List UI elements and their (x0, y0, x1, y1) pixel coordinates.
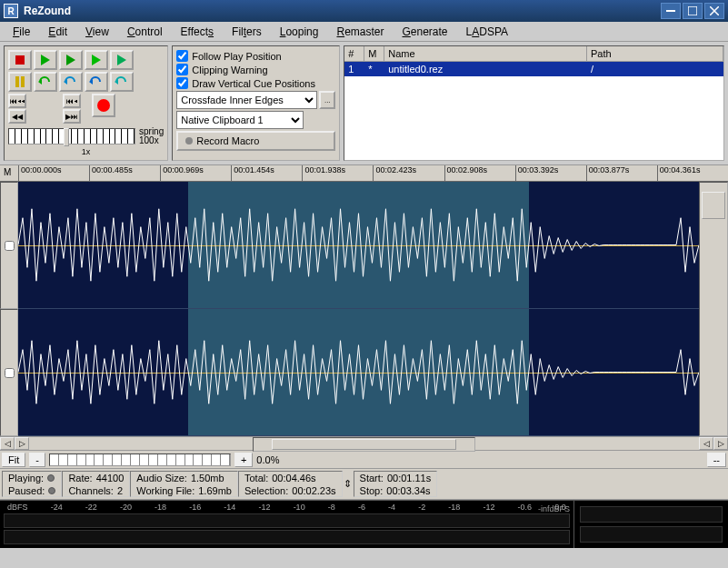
arrow-left-2[interactable]: ◁ (699, 437, 713, 450)
menu-edit[interactable]: Edit (41, 24, 75, 40)
arrow-right-1[interactable]: ▷ (15, 437, 29, 450)
menu-control[interactable]: Control (120, 24, 170, 40)
arrow-bar: ◁ ▷ ◁ ▷ (0, 436, 728, 451)
status-bar: Playing: Paused: Rate: 44100 Channels: 2… (0, 469, 728, 500)
waveform-canvas[interactable] (18, 182, 699, 436)
arrow-left-1[interactable]: ◁ (0, 437, 15, 450)
timeline-ruler[interactable]: M 00:00.000s 00:00.485s 00:00.969s 00:01… (0, 165, 728, 182)
menu-view[interactable]: View (78, 24, 116, 40)
zoom-extra-button[interactable]: -- (707, 453, 726, 467)
top-panel: ⏮◀◀ ◀◀ ⏮◀ ▶⏭ spring 100x (0, 42, 728, 165)
status-divider[interactable]: ⇕ (343, 471, 354, 497)
skip-fwd-cue[interactable]: ▶⏭ (63, 109, 81, 124)
minimize-button[interactable] (661, 3, 681, 19)
stop-button[interactable] (8, 50, 32, 70)
channel-mute-column (0, 182, 18, 436)
loop-button-2[interactable] (59, 72, 83, 92)
follow-play-checkbox[interactable]: Follow Play Position (176, 50, 335, 62)
wave-vscroll-column (699, 182, 728, 436)
file-list-header: # M Name Path (344, 46, 723, 62)
spring-slider[interactable] (8, 128, 135, 144)
menu-looping[interactable]: Looping (273, 24, 326, 40)
channel-2-toggle[interactable] (0, 309, 18, 436)
meter-bar-l (4, 513, 570, 528)
status-size: Audio Size: 1.50mb Working File: 1.69mb (130, 471, 238, 497)
svg-rect-0 (666, 10, 675, 12)
ruler-m: M (4, 167, 11, 177)
draw-cue-checkbox[interactable]: Draw Vertical Cue Positions (176, 77, 335, 89)
pause-button[interactable] (8, 72, 32, 92)
loop-button-1[interactable] (34, 72, 57, 92)
meter-aux (573, 501, 728, 548)
maximize-button[interactable] (683, 3, 703, 19)
level-meter: dBFS-24-22-20-18-16-14-12-10-8-6-4-2-18-… (0, 501, 573, 548)
col-path[interactable]: Path (587, 46, 723, 61)
arrow-right-2[interactable]: ▷ (713, 437, 728, 450)
zoom-pct: 0.0% (256, 454, 279, 465)
file-row[interactable]: 1 * untitled0.rez / (344, 62, 723, 76)
waveform-area (0, 182, 728, 436)
aux-box-1 (580, 506, 723, 523)
status-start: Start: 00:01.11s Stop: 00:03.34s (354, 471, 438, 497)
spring-label: spring 100x (139, 127, 164, 145)
aux-box-2 (580, 526, 723, 543)
zoom-out-button[interactable]: - (29, 453, 45, 467)
meter-area: dBFS-24-22-20-18-16-14-12-10-8-6-4-2-18-… (0, 500, 728, 548)
titlebar: R ReZound (0, 0, 728, 22)
skip-prev-button[interactable]: ⏮◀◀ (8, 94, 26, 108)
spring-sub: 1x (8, 147, 164, 156)
svg-rect-1 (688, 6, 697, 15)
col-m[interactable]: M (364, 46, 384, 61)
play-button[interactable] (34, 50, 57, 70)
play-loop-button[interactable] (85, 50, 108, 70)
close-button[interactable] (704, 3, 724, 19)
window-title: ReZound (24, 5, 659, 17)
channel-1-toggle[interactable] (0, 182, 18, 309)
play-to-end-button[interactable] (110, 50, 134, 70)
options-panel: Follow Play Position Clipping Warning Dr… (172, 45, 340, 161)
app-icon: R (4, 4, 18, 18)
file-list: # M Name Path 1 * untitled0.rez / (344, 45, 724, 161)
col-name[interactable]: Name (384, 46, 587, 61)
menu-effects[interactable]: Effects (174, 24, 221, 40)
clipboard-select[interactable]: Native Clipboard 1 (176, 111, 304, 129)
rewind-button[interactable]: ◀◀ (8, 109, 26, 124)
menu-generate[interactable]: Generate (395, 24, 455, 40)
record-button[interactable] (92, 94, 115, 117)
status-rate: Rate: 44100 Channels: 2 (62, 471, 130, 497)
channel-2-wave (18, 309, 699, 436)
meter-scale: dBFS-24-22-20-18-16-14-12-10-8-6-4-2-18-… (4, 503, 570, 512)
wave-hscroll[interactable] (253, 437, 476, 452)
zoom-slider[interactable] (49, 453, 231, 466)
fit-button[interactable]: Fit (2, 453, 25, 467)
menu-ladspa[interactable]: LADSPA (459, 24, 516, 40)
menubar: File Edit View Control Effects Filters L… (0, 22, 728, 42)
record-macro-button[interactable]: Record Macro (176, 131, 335, 151)
clipping-warning-checkbox[interactable]: Clipping Warning (176, 64, 335, 75)
transport-panel: ⏮◀◀ ◀◀ ⏮◀ ▶⏭ spring 100x (4, 45, 168, 161)
col-num[interactable]: # (344, 46, 364, 61)
meter-bar-r (4, 530, 570, 544)
zoom-in-button[interactable]: + (234, 453, 253, 467)
meter-readout: -infdBFS (538, 504, 570, 513)
wave-vscroll[interactable] (699, 182, 728, 436)
status-playing: Playing: Paused: (2, 471, 62, 497)
status-total: Total: 00:04.46s Selection: 00:02.23s (238, 471, 343, 497)
menu-remaster[interactable]: Remaster (329, 24, 391, 40)
skip-back-cue[interactable]: ⏮◀ (63, 94, 81, 108)
menu-file[interactable]: File (5, 24, 37, 40)
loop-button-3[interactable] (85, 72, 108, 92)
loop-button-4[interactable] (110, 72, 134, 92)
crossfade-select[interactable]: Crossfade Inner Edges (176, 91, 317, 109)
menu-filters[interactable]: Filters (224, 24, 269, 40)
play-sel-button[interactable] (59, 50, 83, 70)
crossfade-more-button[interactable]: ... (319, 91, 335, 109)
zoom-bar: Fit - + 0.0% -- (0, 451, 728, 469)
channel-1-wave (18, 182, 699, 309)
